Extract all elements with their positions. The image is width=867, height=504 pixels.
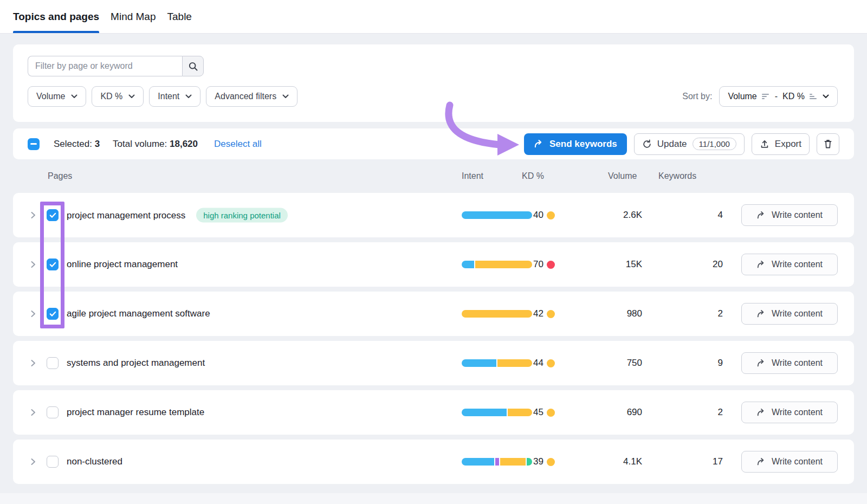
export-label: Export — [775, 139, 801, 150]
search-input[interactable] — [28, 56, 182, 76]
page-label: online project management — [67, 259, 178, 270]
expand-chevron-icon[interactable] — [29, 408, 38, 417]
export-icon — [760, 139, 769, 149]
volume-value: 750 — [574, 358, 642, 369]
share-arrow-icon — [756, 457, 766, 467]
filter-kd-dropdown[interactable]: KD % — [92, 86, 144, 107]
write-content-label: Write content — [772, 408, 823, 417]
row-label-group: online project management — [67, 259, 178, 270]
volume-value: 690 — [574, 407, 642, 418]
search-icon — [188, 61, 198, 72]
filter-intent-dropdown[interactable]: Intent — [149, 86, 200, 107]
total-volume-text: Total volume: 18,620 — [113, 139, 198, 150]
table-row: online project management 70 15K 20 Writ… — [13, 242, 854, 287]
kd-value: 39 — [533, 456, 544, 467]
write-content-button[interactable]: Write content — [741, 352, 838, 374]
share-arrow-icon — [756, 408, 766, 417]
total-volume-label: Total volume: — [113, 139, 167, 149]
tab-table[interactable]: Table — [167, 0, 192, 33]
write-content-button[interactable]: Write content — [741, 451, 838, 473]
row-checkbox[interactable] — [47, 308, 59, 320]
column-header-intent: Intent — [462, 171, 483, 181]
sort-ascending-icon — [810, 93, 818, 100]
update-button[interactable]: Update 11/1,000 — [634, 133, 745, 155]
send-keywords-button[interactable]: Send keywords — [524, 133, 627, 155]
volume-value: 980 — [574, 308, 642, 319]
indeterminate-minus-icon — [30, 143, 37, 145]
sort-descending-icon — [762, 93, 770, 100]
keywords-count: 17 — [669, 456, 723, 467]
search-button[interactable] — [182, 56, 204, 76]
select-all-checkbox-indeterminate[interactable] — [28, 138, 40, 150]
kd-value: 44 — [533, 358, 544, 369]
expand-chevron-icon[interactable] — [29, 457, 38, 466]
sort-primary-value: Volume — [728, 92, 756, 101]
kd-cell: 70 — [512, 259, 555, 270]
update-quota-badge: 11/1,000 — [693, 138, 736, 150]
row-label-group: project manager resume template — [67, 407, 204, 418]
row-checkbox[interactable] — [47, 259, 59, 270]
row-checkbox[interactable] — [47, 357, 59, 369]
export-button[interactable]: Export — [752, 133, 810, 155]
selected-label: Selected: — [54, 139, 92, 149]
row-checkbox[interactable] — [47, 209, 59, 221]
kd-cell: 39 — [512, 456, 555, 467]
table-row: non-clustered 39 4.1K 17 Write content — [13, 440, 854, 484]
tab-topics-and-pages[interactable]: Topics and pages — [13, 0, 99, 33]
write-content-button[interactable]: Write content — [741, 303, 838, 325]
sort-select[interactable]: Volume - KD % — [719, 86, 838, 107]
tab-topics-and-pages-label: Topics and pages — [13, 11, 99, 23]
filter-volume-dropdown[interactable]: Volume — [28, 86, 86, 107]
write-content-button[interactable]: Write content — [741, 402, 838, 423]
row-checkbox[interactable] — [47, 456, 59, 468]
kd-cell: 40 — [512, 210, 555, 221]
table-row: systems and project management 44 750 9 … — [13, 341, 854, 385]
keywords-count: 4 — [669, 210, 723, 221]
send-keywords-label: Send keywords — [549, 139, 617, 150]
rows: project management process high ranking … — [13, 193, 854, 489]
intent-segment — [495, 458, 499, 466]
selection-bar: Selected: 3 Total volume: 18,620 Deselec… — [13, 128, 854, 159]
kd-value: 45 — [533, 407, 544, 418]
page-label: project manager resume template — [67, 407, 204, 418]
intent-segment — [462, 458, 494, 466]
expand-chevron-icon[interactable] — [29, 260, 38, 269]
share-arrow-icon — [756, 309, 766, 319]
column-header-volume: Volume — [608, 171, 637, 181]
kd-difficulty-dot — [547, 310, 555, 318]
deselect-all-link[interactable]: Deselect all — [214, 139, 262, 150]
filter-advanced-dropdown[interactable]: Advanced filters — [206, 86, 297, 107]
filter-panel: Volume KD % Intent Advanced filters Sort… — [13, 44, 854, 122]
expand-chevron-icon[interactable] — [29, 211, 38, 219]
tab-mind-map-label: Mind Map — [111, 11, 156, 23]
write-content-label: Write content — [772, 309, 823, 319]
kd-cell: 45 — [512, 407, 555, 418]
kd-cell: 42 — [512, 308, 555, 319]
expand-chevron-icon[interactable] — [29, 309, 38, 318]
table-row: agile project management software 42 980… — [13, 292, 854, 336]
sort-secondary-value: KD % — [782, 92, 805, 101]
column-header-keywords: Keywords — [658, 171, 696, 181]
kd-difficulty-dot — [547, 261, 555, 269]
active-tab-underline — [13, 31, 99, 33]
filter-kd-label: KD % — [100, 92, 122, 101]
table-header-row: Pages Intent KD % Volume Keywords — [13, 159, 854, 193]
intent-segment — [462, 261, 474, 268]
volume-value: 4.1K — [574, 456, 642, 467]
delete-button[interactable] — [817, 133, 839, 155]
tab-mind-map[interactable]: Mind Map — [111, 0, 156, 33]
table-row: project manager resume template 45 690 2… — [13, 390, 854, 435]
write-content-button[interactable]: Write content — [741, 254, 838, 275]
write-content-label: Write content — [772, 358, 823, 368]
trash-icon — [823, 139, 833, 149]
write-content-label: Write content — [772, 260, 823, 269]
write-content-label: Write content — [772, 210, 823, 220]
row-checkbox[interactable] — [47, 406, 59, 418]
selection-actions: Send keywords Update 11/1,000 Export — [524, 133, 839, 155]
expand-chevron-icon[interactable] — [29, 359, 38, 367]
ranking-potential-badge: high ranking potential — [196, 208, 288, 223]
kd-value: 40 — [533, 210, 544, 221]
chevron-down-icon — [128, 94, 135, 99]
write-content-button[interactable]: Write content — [741, 204, 838, 226]
main-panel: Volume KD % Intent Advanced filters Sort… — [0, 34, 867, 504]
